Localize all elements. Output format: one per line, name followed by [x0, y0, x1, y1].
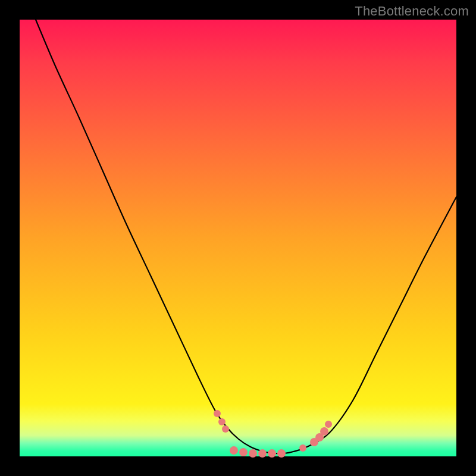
chart-frame: TheBottleneck.com [0, 0, 476, 476]
curve-svg [20, 20, 456, 456]
curve-marker [277, 449, 286, 458]
curve-marker [214, 410, 221, 417]
curve-marker [268, 449, 276, 458]
plot-area [20, 20, 456, 456]
curve-marker [258, 449, 267, 458]
curve-marker [249, 449, 257, 458]
curve-marker [325, 421, 332, 428]
curve-marker [239, 448, 248, 456]
curve-marker [320, 427, 328, 436]
curve-marker [218, 418, 226, 425]
bottleneck-curve [36, 20, 456, 453]
curve-marker [230, 446, 238, 455]
curve-markers [214, 410, 332, 458]
watermark-label: TheBottleneck.com [355, 4, 469, 19]
curve-marker [222, 425, 229, 433]
curve-marker [299, 444, 306, 452]
